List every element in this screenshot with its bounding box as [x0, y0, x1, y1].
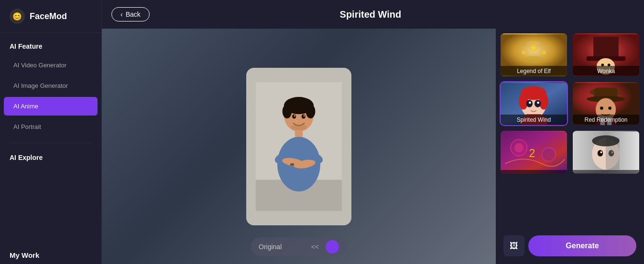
portrait-card: [246, 68, 351, 225]
svg-point-6: [306, 104, 316, 118]
logo-area: 😊 FaceMod: [0, 0, 101, 33]
svg-point-5: [283, 104, 292, 118]
svg-point-55: [514, 143, 524, 152]
style-card-extra2[interactable]: [572, 130, 640, 175]
ai-explore-section-title: AI Explore: [0, 149, 101, 166]
svg-text:2: 2: [529, 147, 535, 159]
svg-point-40: [537, 102, 539, 104]
style-card-label-legend-of-elf: Legend of Elf: [501, 66, 567, 76]
person-illustration: [256, 75, 342, 218]
generate-button[interactable]: Generate: [528, 235, 636, 256]
style-card-label-red-redemption: Red Redemption: [573, 115, 639, 125]
style-card-red-redemption[interactable]: Red Redemption: [572, 81, 640, 126]
back-button-label: Back: [126, 11, 141, 18]
main-header: ‹ Back Spirited Wind: [102, 0, 644, 29]
sidebar-item-ai-portrait[interactable]: AI Portrait: [4, 117, 98, 136]
logo-text: FaceMod: [30, 11, 67, 21]
svg-point-13: [292, 114, 296, 118]
svg-point-64: [609, 150, 614, 156]
sidebar-item-ai-video[interactable]: AI Video Generator: [4, 56, 98, 74]
ai-feature-section-title: AI Feature: [0, 33, 101, 55]
svg-rect-7: [295, 129, 303, 137]
style-card-extra1[interactable]: 2: [500, 130, 568, 175]
svg-point-23: [522, 51, 525, 54]
back-chevron-icon: ‹: [120, 11, 123, 18]
arrows-icon: <<: [311, 243, 319, 251]
svg-point-39: [529, 102, 531, 104]
style-card-wonka[interactable]: Wonka: [572, 32, 640, 77]
svg-point-36: [539, 93, 548, 110]
svg-point-22: [524, 56, 543, 63]
style-card-img-extra1: 2: [501, 131, 567, 174]
svg-rect-18: [290, 163, 294, 166]
sidebar: 😊 FaceMod AI Feature AI Video Generator …: [0, 0, 102, 264]
svg-point-61: [592, 136, 620, 147]
sidebar-item-ai-image[interactable]: AI Image Generator: [4, 76, 98, 95]
style-card-label-extra1: [501, 170, 567, 174]
svg-point-14: [302, 114, 306, 118]
svg-point-57: [542, 148, 556, 161]
svg-point-63: [600, 151, 602, 153]
svg-point-24: [542, 51, 546, 54]
svg-point-65: [611, 151, 613, 153]
back-button[interactable]: ‹ Back: [111, 7, 150, 21]
style-card-img-extra2: [573, 131, 639, 174]
style-card-spirited-wind[interactable]: Spirited Wind: [500, 81, 568, 126]
svg-point-25: [527, 41, 541, 46]
svg-point-16: [304, 115, 305, 116]
right-panel: Legend of Elf: [496, 29, 644, 264]
svg-point-49: [608, 106, 611, 110]
my-work-label[interactable]: My Work: [0, 246, 101, 264]
svg-point-48: [600, 106, 603, 110]
main-content: ‹ Back Spirited Wind: [102, 0, 644, 264]
svg-point-35: [519, 93, 528, 110]
svg-point-21: [532, 46, 535, 50]
bottom-toggle-bar[interactable]: Original <<: [251, 237, 347, 256]
upload-icon: 🖼: [510, 241, 518, 251]
style-card-legend-of-elf[interactable]: Legend of Elf: [500, 32, 568, 77]
page-title: Spirited Wind: [159, 9, 582, 20]
original-label: Original: [259, 243, 282, 251]
style-card-label-extra2: [573, 170, 639, 174]
style-card-label-wonka: Wonka: [573, 66, 639, 76]
sidebar-divider: [10, 143, 92, 143]
style-card-label-spirited-wind: Spirited Wind: [501, 115, 567, 125]
logo-emoji: 😊: [12, 12, 22, 21]
svg-point-62: [598, 150, 603, 156]
main-body: Original <<: [102, 29, 644, 264]
style-grid: Legend of Elf: [500, 32, 640, 175]
upload-button[interactable]: 🖼: [503, 235, 524, 256]
toggle-button[interactable]: [326, 240, 339, 253]
svg-point-15: [294, 115, 295, 116]
bottom-actions: 🖼 Generate: [500, 232, 640, 260]
sidebar-item-ai-anime[interactable]: AI Anime: [4, 97, 98, 116]
svg-point-17: [291, 124, 307, 130]
logo-icon: 😊: [10, 9, 25, 24]
canvas-area: Original <<: [102, 29, 496, 264]
svg-rect-27: [593, 37, 619, 60]
